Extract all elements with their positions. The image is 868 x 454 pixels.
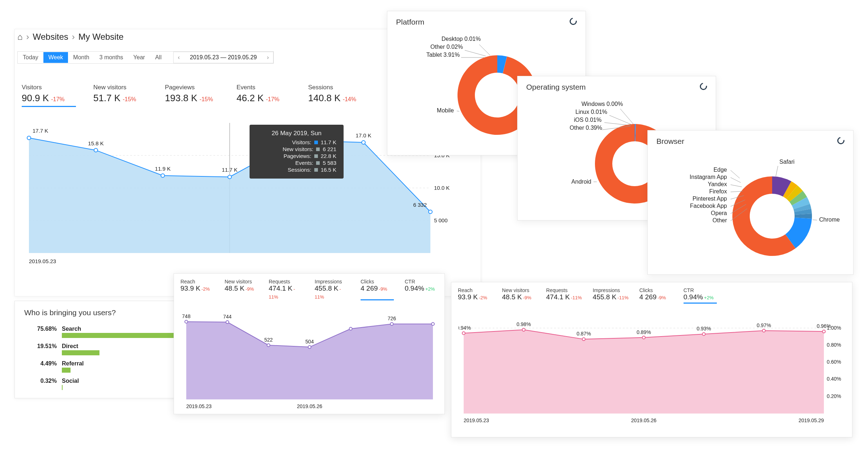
stat-metric-requests[interactable]: Requests474.1 K-11% [546,287,582,304]
metric-new-visitors[interactable]: New visitors 51.7 K-15% [93,84,148,107]
date-selector[interactable]: ‹ 2019.05.23 — 2019.05.29 › [173,52,274,63]
chevron-left-icon[interactable]: ‹ [174,52,184,63]
ctr-chart: 0.20%0.40%0.60%0.80%1.00%0.94%0.98%0.87%… [451,309,852,433]
stat-metric-clicks[interactable]: Clicks4 269-9% [361,279,394,300]
svg-line-58 [813,220,817,220]
tab-all[interactable]: All [150,52,167,63]
metric-pageviews[interactable]: Pageviews 193.8 K-15% [165,84,219,107]
svg-line-30 [620,109,633,124]
tooltip-row: Events:5 583 [257,160,336,166]
svg-text:0.20%: 0.20% [827,393,841,399]
svg-line-42 [731,170,740,178]
breadcrumb-sep: › [72,32,75,42]
svg-text:726: 726 [388,316,396,321]
svg-point-7 [27,136,31,140]
metric-events[interactable]: Events 46.2 K-17% [237,84,291,107]
stat-metric-ctr[interactable]: CTR0.94%+2% [405,279,438,300]
svg-line-40 [776,166,778,176]
breadcrumb-current: My Website [78,32,124,42]
svg-text:Other 0.39%: Other 0.39% [570,125,602,131]
tab-year[interactable]: Year [128,52,150,63]
svg-point-95 [822,330,825,333]
svg-text:Safari: Safari [779,159,795,165]
svg-point-65 [308,346,311,348]
svg-text:17.7 K: 17.7 K [33,128,48,134]
stat-metric-ctr[interactable]: CTR0.94%+2% [684,287,717,304]
tab-week[interactable]: Week [43,52,68,63]
breadcrumb-sep: › [26,32,29,42]
stat-metric-clicks[interactable]: Clicks4 269-9% [639,287,673,304]
svg-text:0.89%: 0.89% [637,329,651,335]
browser-title: Browser [656,137,844,146]
stat-metric-requests[interactable]: Requests474.1 K-11% [269,279,304,300]
svg-line-28 [457,111,459,111]
svg-line-46 [731,185,742,187]
browser-card: Browser SafariEdgeInstagram AppYandexFir… [647,130,854,275]
svg-text:Windows 0.00%: Windows 0.00% [582,101,623,107]
svg-text:Edge: Edge [714,167,727,173]
ctr-panel: Reach93.9 K-2%New visitors48.5 K-9%Reque… [451,282,852,437]
svg-text:Yandex: Yandex [708,181,727,187]
svg-text:Firefox: Firefox [709,188,727,194]
svg-text:2019.05.23: 2019.05.23 [464,417,489,423]
svg-point-83 [462,332,465,335]
svg-text:iOS 0.01%: iOS 0.01% [574,117,601,123]
svg-text:17.0 K: 17.0 K [356,132,371,138]
svg-text:11.9 K: 11.9 K [155,166,170,172]
stat-metric-reach[interactable]: Reach93.9 K-2% [458,287,491,304]
svg-text:Pinterest App: Pinterest App [693,196,727,202]
svg-point-11 [161,174,165,177]
clicks-metrics: Reach93.9 K-2%New visitors48.5 K-9%Reque… [174,274,444,305]
svg-point-63 [267,344,270,347]
svg-text:2019.05.26: 2019.05.26 [631,417,656,423]
svg-text:Instagram App: Instagram App [690,174,727,180]
svg-text:0.87%: 0.87% [576,331,591,337]
stat-metric-impressions[interactable]: Impressions455.8 K-11% [315,279,350,300]
stat-metric-impressions[interactable]: Impressions455.8 K-11% [593,287,629,304]
svg-text:11.7 K: 11.7 K [222,167,237,173]
svg-point-16 [362,141,365,144]
tab-today[interactable]: Today [18,52,43,63]
svg-point-61 [226,321,229,324]
tab-3months[interactable]: 3 months [94,52,128,63]
metric-sessions[interactable]: Sessions 140.8 K-14% [308,84,362,107]
svg-point-18 [429,210,432,214]
stat-metric-reach[interactable]: Reach93.9 K-2% [180,279,214,300]
svg-text:Linux 0.01%: Linux 0.01% [575,109,607,115]
svg-text:0.60%: 0.60% [827,359,841,365]
clicks-panel: Reach93.9 K-2%New visitors48.5 K-9%Reque… [174,273,445,414]
home-icon[interactable]: ⌂ [17,32,23,42]
svg-point-59 [185,320,188,323]
svg-point-85 [522,328,525,331]
stat-metric-new-visitors[interactable]: New visitors48.5 K-9% [225,279,258,300]
svg-point-91 [702,333,705,335]
svg-text:Facebook App: Facebook App [690,203,727,209]
svg-point-70 [431,322,434,325]
svg-text:Opera: Opera [711,210,727,216]
svg-line-44 [731,177,741,183]
tooltip-row: Visitors:11.7 K [257,139,336,145]
platform-title: Platform [396,18,577,26]
breadcrumb-websites[interactable]: Websites [33,32,68,42]
svg-text:2019.05.29: 2019.05.29 [799,417,824,423]
date-range: 2019.05.23 — 2019.05.29 [184,52,263,63]
svg-text:0.93%: 0.93% [697,326,711,331]
chevron-right-icon[interactable]: › [263,52,273,63]
svg-text:744: 744 [223,314,232,320]
svg-text:0.98%: 0.98% [516,321,531,327]
svg-point-89 [642,336,645,339]
breadcrumb: ⌂ › Websites › My Website [17,32,124,42]
svg-point-93 [762,329,765,332]
svg-text:748: 748 [182,313,191,319]
metric-visitors[interactable]: Visitors 90.9 K-17% [22,84,76,107]
svg-text:Tablet 3.91%: Tablet 3.91% [426,52,460,58]
tooltip-row: Pageviews:22.8 K [257,153,336,159]
svg-text:2019.05.23: 2019.05.23 [186,403,212,409]
tab-month[interactable]: Month [68,52,94,63]
svg-point-68 [390,322,393,325]
svg-point-13 [228,175,231,179]
stat-metric-new-visitors[interactable]: New visitors48.5 K-9% [502,287,535,304]
svg-text:10.0 K: 10.0 K [434,185,450,191]
chart-tooltip: 26 May 2019, Sun Visitors:11.7 KNew visi… [250,125,344,179]
svg-text:0.94%: 0.94% [459,325,471,331]
